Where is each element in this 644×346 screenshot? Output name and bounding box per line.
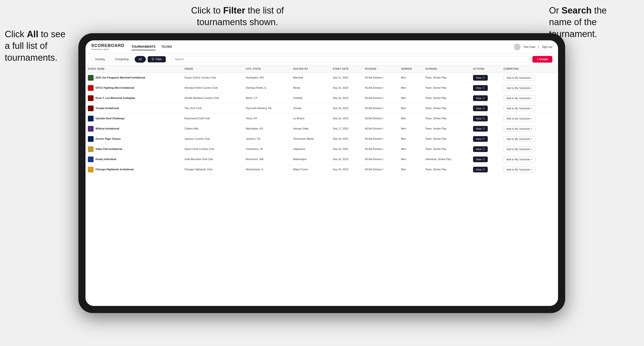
competing-cell: Add to My Schedule + [501,124,558,134]
event-name-cell: Grover Page Classic [86,134,182,144]
venue-cell: Guyan Golf & Country Club [182,73,244,83]
view-button[interactable]: View ⓘ [473,126,488,132]
actions-cell: View ⓘ [471,144,501,154]
view-button[interactable]: View ⓘ [473,116,488,121]
search-input[interactable] [172,56,531,63]
city-state-cell: Chesterton, IN [244,144,291,154]
event-name-text: Grover Page Classic [96,137,121,141]
competing-cell: Add to My Schedule + [501,73,558,83]
scoring-cell: Team, Stroke Play [423,114,471,124]
city-state-cell: Jackson, TN [244,134,291,144]
city-state-cell: Olympia Fields, IL [244,83,291,93]
nav-tab-teams[interactable]: TEAMS [161,43,172,50]
table-container: EVENT NAME VENUE CITY, STATE HOSTED BY S… [86,65,558,306]
start-date-cell: Sep 16, 2023 [330,114,362,124]
col-scoring: SCORING [423,65,471,73]
competing-tab[interactable]: Competing [111,56,133,63]
hosted-by-cell: Washington [291,154,330,165]
start-date-cell: Sep 15, 2023 [330,83,362,93]
event-name-text: Temple Invitational [96,107,119,110]
view-button[interactable]: View ⓘ [473,157,488,162]
gender-cell: Men [399,165,423,175]
city-state-cell: Plymouth Meeting, PA [244,103,291,114]
event-name-cell: Wildcat Invitational [86,124,182,134]
info-icon: ⓘ [482,148,485,151]
event-name-text: Husky Individual [96,158,116,161]
add-to-schedule-button[interactable]: Add to My Schedule + [504,116,535,121]
info-icon: ⓘ [482,76,485,79]
add-to-schedule-button[interactable]: Add to My Schedule + [504,85,535,91]
city-state-cell: Manhattan, KS [244,124,291,134]
event-name-text: 2023 Joe Feaganes Marshall Invitational [96,76,145,79]
info-icon: ⓘ [482,97,485,100]
scoring-cell: Team, Stroke Play [423,165,471,175]
info-icon: ⓘ [482,158,485,161]
info-icon: ⓘ [482,117,485,120]
view-button[interactable]: View ⓘ [473,75,488,81]
col-venue: VENUE [182,65,244,73]
filter-icon: ☰ [152,58,154,61]
separator: | [538,45,539,49]
col-gender: GENDER [399,65,423,73]
scoring-cell: Team, Stroke Play [423,144,471,154]
add-to-schedule-button[interactable]: Add to My Schedule + [504,136,535,142]
event-name-text: Valpo Fall Invitational [96,147,122,151]
table-row: Wildcat Invitational Colbert Hills Manha… [86,124,558,134]
annotation-top-right: Or Search thename of thetournament. [549,5,639,40]
event-name-cell: Chicago Highlands Invitational [86,165,182,175]
start-date-cell: Sep 18, 2023 [330,165,362,175]
city-state-cell: Berlin, CT [244,93,291,103]
event-name-cell: Temple Invitational [86,103,182,114]
view-button[interactable]: View ⓘ [473,146,488,152]
add-to-schedule-button[interactable]: Add to My Schedule + [504,75,535,81]
sign-out-link[interactable]: Sign out [542,45,552,49]
hosted-by-cell: Valparaiso [291,144,330,154]
hosting-tab[interactable]: Hosting [91,56,109,63]
add-to-schedule-button[interactable]: Add to My Schedule + [504,167,535,173]
event-name-cell: Ryan T. Lee Memorial Collegiate [86,93,182,103]
actions-cell: View ⓘ [471,83,501,93]
competing-cell: Add to My Schedule + [501,93,558,103]
create-button[interactable]: + Create [532,56,552,63]
add-to-schedule-button[interactable]: Add to My Schedule + [504,95,535,101]
info-icon: ⓘ [482,107,485,110]
view-button[interactable]: View ⓘ [473,136,488,142]
division-cell: NCAA Division I [362,103,399,114]
table-row: 2023 Joe Feaganes Marshall Invitational … [86,73,558,83]
start-date-cell: Sep 16, 2023 [330,93,362,103]
annotation-top-center: Click to Filter the list oftournaments s… [166,5,309,28]
view-button[interactable]: View ⓘ [473,106,488,111]
competing-cell: Add to My Schedule + [501,154,558,165]
gender-cell: Men [399,154,423,165]
start-date-cell: Sep 18, 2023 [330,144,362,154]
venue-cell: Ravenwood Golf Club [182,114,244,124]
all-tab[interactable]: All [135,56,146,63]
view-button[interactable]: View ⓘ [473,85,488,91]
nav-tab-tournaments[interactable]: TOURNAMENTS [132,43,156,50]
table-row: OFCC Fighting Illini Invitational Olympi… [86,83,558,93]
add-to-schedule-button[interactable]: Add to My Schedule + [504,106,535,111]
filter-label: Filter [156,58,162,61]
view-button[interactable]: View ⓘ [473,167,488,173]
actions-cell: View ⓘ [471,124,501,134]
hosted-by-cell: Le Moyne [291,114,330,124]
annotation-left: Click All to seea full list oftournament… [5,28,86,64]
col-actions: ACTIONS [471,65,501,73]
division-cell: NCAA Division I [362,134,399,144]
table-row: Husky Individual Gold Mountain Golf Club… [86,154,558,165]
col-competing: COMPETING [501,65,558,73]
team-logo [88,116,94,121]
add-to-schedule-button[interactable]: Add to My Schedule + [504,146,535,152]
add-to-schedule-button[interactable]: Add to My Schedule + [504,157,535,162]
team-logo [88,75,94,81]
venue-cell: Shuttle Meadow Country Club [182,93,244,103]
filter-button[interactable]: ☰ Filter [148,56,166,62]
add-to-schedule-button[interactable]: Add to My Schedule + [504,126,535,132]
scoring-cell: Team, Stroke Play [423,103,471,114]
col-start-date: START DATE [330,65,362,73]
app-logo: SCOREBOARD [91,43,124,48]
view-button[interactable]: View ⓘ [473,95,488,101]
gender-cell: Men [399,103,423,114]
logo-area: SCOREBOARD Powered by clippd [91,43,124,50]
competing-cell: Add to My Schedule + [501,165,558,175]
